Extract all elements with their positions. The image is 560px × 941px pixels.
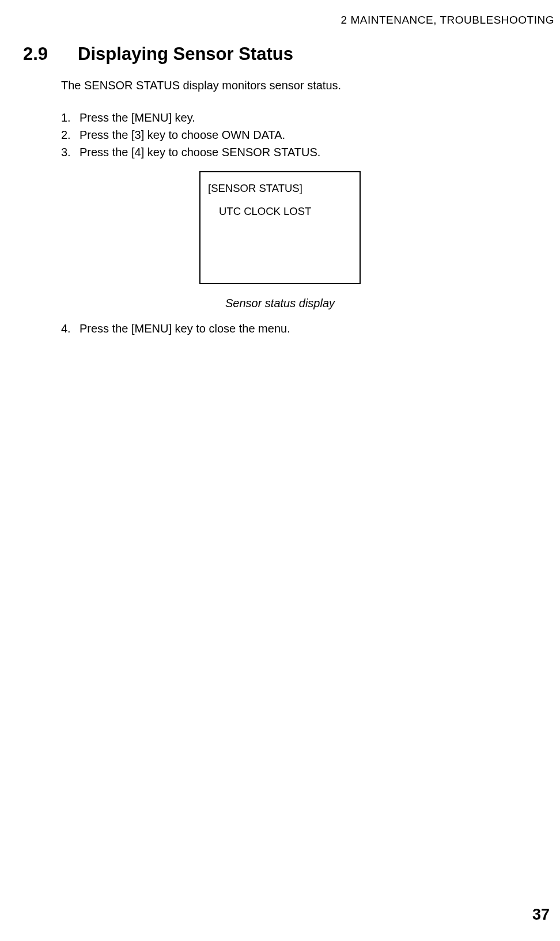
- steps-list-continued: 4. Press the [MENU] key to close the men…: [61, 320, 537, 337]
- step-text: Press the [MENU] key to close the menu.: [80, 320, 290, 337]
- figure-caption: Sensor status display: [225, 297, 335, 310]
- page-content: 2.9Displaying Sensor Status The SENSOR S…: [0, 27, 560, 337]
- section-intro: The SENSOR STATUS display monitors senso…: [61, 77, 537, 93]
- steps-list: 1. Press the [MENU] key. 2. Press the [3…: [61, 109, 537, 161]
- step-number: 3.: [61, 144, 80, 161]
- step-item: 1. Press the [MENU] key.: [61, 109, 537, 126]
- step-text: Press the [MENU] key.: [80, 109, 195, 126]
- step-number: 4.: [61, 320, 80, 337]
- step-text: Press the [3] key to choose OWN DATA.: [80, 127, 285, 143]
- step-number: 2.: [61, 127, 80, 143]
- section-title: Displaying Sensor Status: [78, 44, 293, 64]
- step-item: 2. Press the [3] key to choose OWN DATA.: [61, 127, 537, 143]
- section-heading: 2.9Displaying Sensor Status: [23, 44, 537, 65]
- display-message: UTC CLOCK LOST: [205, 203, 355, 220]
- step-item: 4. Press the [MENU] key to close the men…: [61, 320, 537, 337]
- sensor-status-display: [SENSOR STATUS] UTC CLOCK LOST: [199, 171, 361, 284]
- chapter-label: 2 MAINTENANCE, TROUBLESHOOTING: [341, 14, 554, 26]
- step-text: Press the [4] key to choose SENSOR STATU…: [80, 144, 320, 161]
- section-number: 2.9: [23, 44, 48, 65]
- step-item: 3. Press the [4] key to choose SENSOR ST…: [61, 144, 537, 161]
- figure: [SENSOR STATUS] UTC CLOCK LOST Sensor st…: [23, 171, 537, 310]
- page-number: 37: [532, 906, 550, 924]
- step-number: 1.: [61, 109, 80, 126]
- display-title: [SENSOR STATUS]: [205, 180, 355, 196]
- running-header: 2 MAINTENANCE, TROUBLESHOOTING: [0, 0, 560, 27]
